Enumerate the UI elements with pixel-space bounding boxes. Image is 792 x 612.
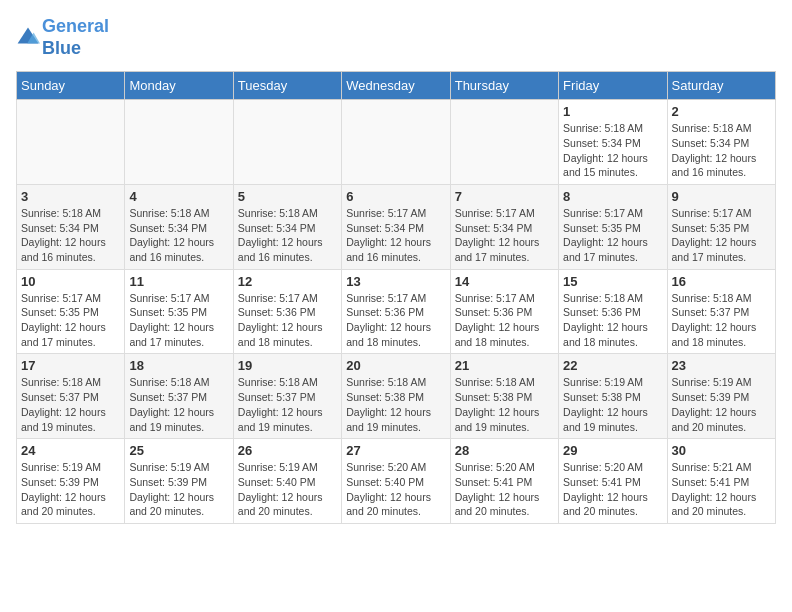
calendar-cell: 13Sunrise: 5:17 AM Sunset: 5:36 PM Dayli…: [342, 269, 450, 354]
day-info: Sunrise: 5:18 AM Sunset: 5:38 PM Dayligh…: [455, 375, 554, 434]
day-info: Sunrise: 5:18 AM Sunset: 5:34 PM Dayligh…: [21, 206, 120, 265]
calendar-cell: [17, 100, 125, 185]
day-info: Sunrise: 5:20 AM Sunset: 5:41 PM Dayligh…: [563, 460, 662, 519]
day-info: Sunrise: 5:19 AM Sunset: 5:39 PM Dayligh…: [129, 460, 228, 519]
day-info: Sunrise: 5:19 AM Sunset: 5:38 PM Dayligh…: [563, 375, 662, 434]
week-row-2: 3Sunrise: 5:18 AM Sunset: 5:34 PM Daylig…: [17, 184, 776, 269]
day-info: Sunrise: 5:17 AM Sunset: 5:35 PM Dayligh…: [563, 206, 662, 265]
week-row-1: 1Sunrise: 5:18 AM Sunset: 5:34 PM Daylig…: [17, 100, 776, 185]
calendar-cell: 11Sunrise: 5:17 AM Sunset: 5:35 PM Dayli…: [125, 269, 233, 354]
week-row-4: 17Sunrise: 5:18 AM Sunset: 5:37 PM Dayli…: [17, 354, 776, 439]
calendar-cell: 10Sunrise: 5:17 AM Sunset: 5:35 PM Dayli…: [17, 269, 125, 354]
calendar-cell: 3Sunrise: 5:18 AM Sunset: 5:34 PM Daylig…: [17, 184, 125, 269]
calendar-cell: 2Sunrise: 5:18 AM Sunset: 5:34 PM Daylig…: [667, 100, 775, 185]
day-number: 16: [672, 274, 771, 289]
day-info: Sunrise: 5:17 AM Sunset: 5:36 PM Dayligh…: [346, 291, 445, 350]
day-number: 8: [563, 189, 662, 204]
day-number: 22: [563, 358, 662, 373]
day-info: Sunrise: 5:18 AM Sunset: 5:38 PM Dayligh…: [346, 375, 445, 434]
day-info: Sunrise: 5:21 AM Sunset: 5:41 PM Dayligh…: [672, 460, 771, 519]
day-number: 7: [455, 189, 554, 204]
calendar-cell: 14Sunrise: 5:17 AM Sunset: 5:36 PM Dayli…: [450, 269, 558, 354]
calendar-cell: 19Sunrise: 5:18 AM Sunset: 5:37 PM Dayli…: [233, 354, 341, 439]
day-info: Sunrise: 5:18 AM Sunset: 5:37 PM Dayligh…: [238, 375, 337, 434]
calendar-cell: [450, 100, 558, 185]
logo: General Blue: [16, 16, 109, 59]
weekday-header-row: SundayMondayTuesdayWednesdayThursdayFrid…: [17, 72, 776, 100]
day-number: 10: [21, 274, 120, 289]
logo-icon: [16, 26, 40, 50]
day-number: 3: [21, 189, 120, 204]
day-number: 18: [129, 358, 228, 373]
weekday-monday: Monday: [125, 72, 233, 100]
day-number: 1: [563, 104, 662, 119]
calendar-cell: 1Sunrise: 5:18 AM Sunset: 5:34 PM Daylig…: [559, 100, 667, 185]
calendar: SundayMondayTuesdayWednesdayThursdayFrid…: [16, 71, 776, 524]
calendar-cell: 27Sunrise: 5:20 AM Sunset: 5:40 PM Dayli…: [342, 439, 450, 524]
day-number: 24: [21, 443, 120, 458]
calendar-cell: 9Sunrise: 5:17 AM Sunset: 5:35 PM Daylig…: [667, 184, 775, 269]
day-number: 14: [455, 274, 554, 289]
day-info: Sunrise: 5:17 AM Sunset: 5:36 PM Dayligh…: [238, 291, 337, 350]
calendar-cell: 18Sunrise: 5:18 AM Sunset: 5:37 PM Dayli…: [125, 354, 233, 439]
day-number: 28: [455, 443, 554, 458]
calendar-cell: 28Sunrise: 5:20 AM Sunset: 5:41 PM Dayli…: [450, 439, 558, 524]
calendar-cell: 21Sunrise: 5:18 AM Sunset: 5:38 PM Dayli…: [450, 354, 558, 439]
day-number: 4: [129, 189, 228, 204]
day-info: Sunrise: 5:20 AM Sunset: 5:40 PM Dayligh…: [346, 460, 445, 519]
day-info: Sunrise: 5:18 AM Sunset: 5:34 PM Dayligh…: [672, 121, 771, 180]
day-number: 29: [563, 443, 662, 458]
calendar-cell: 4Sunrise: 5:18 AM Sunset: 5:34 PM Daylig…: [125, 184, 233, 269]
day-info: Sunrise: 5:19 AM Sunset: 5:39 PM Dayligh…: [21, 460, 120, 519]
calendar-body: 1Sunrise: 5:18 AM Sunset: 5:34 PM Daylig…: [17, 100, 776, 524]
day-info: Sunrise: 5:18 AM Sunset: 5:34 PM Dayligh…: [238, 206, 337, 265]
day-info: Sunrise: 5:17 AM Sunset: 5:34 PM Dayligh…: [346, 206, 445, 265]
day-number: 23: [672, 358, 771, 373]
weekday-tuesday: Tuesday: [233, 72, 341, 100]
day-number: 9: [672, 189, 771, 204]
day-number: 15: [563, 274, 662, 289]
calendar-cell: 17Sunrise: 5:18 AM Sunset: 5:37 PM Dayli…: [17, 354, 125, 439]
weekday-friday: Friday: [559, 72, 667, 100]
calendar-cell: 23Sunrise: 5:19 AM Sunset: 5:39 PM Dayli…: [667, 354, 775, 439]
day-info: Sunrise: 5:18 AM Sunset: 5:37 PM Dayligh…: [672, 291, 771, 350]
calendar-cell: [125, 100, 233, 185]
day-number: 11: [129, 274, 228, 289]
day-number: 27: [346, 443, 445, 458]
day-info: Sunrise: 5:18 AM Sunset: 5:36 PM Dayligh…: [563, 291, 662, 350]
calendar-cell: 25Sunrise: 5:19 AM Sunset: 5:39 PM Dayli…: [125, 439, 233, 524]
day-number: 19: [238, 358, 337, 373]
day-number: 26: [238, 443, 337, 458]
calendar-cell: 22Sunrise: 5:19 AM Sunset: 5:38 PM Dayli…: [559, 354, 667, 439]
calendar-cell: 16Sunrise: 5:18 AM Sunset: 5:37 PM Dayli…: [667, 269, 775, 354]
calendar-cell: 30Sunrise: 5:21 AM Sunset: 5:41 PM Dayli…: [667, 439, 775, 524]
day-info: Sunrise: 5:17 AM Sunset: 5:35 PM Dayligh…: [129, 291, 228, 350]
day-number: 17: [21, 358, 120, 373]
calendar-cell: 12Sunrise: 5:17 AM Sunset: 5:36 PM Dayli…: [233, 269, 341, 354]
day-info: Sunrise: 5:18 AM Sunset: 5:37 PM Dayligh…: [21, 375, 120, 434]
calendar-cell: 8Sunrise: 5:17 AM Sunset: 5:35 PM Daylig…: [559, 184, 667, 269]
calendar-cell: [342, 100, 450, 185]
day-number: 13: [346, 274, 445, 289]
day-info: Sunrise: 5:19 AM Sunset: 5:40 PM Dayligh…: [238, 460, 337, 519]
weekday-sunday: Sunday: [17, 72, 125, 100]
day-info: Sunrise: 5:17 AM Sunset: 5:35 PM Dayligh…: [21, 291, 120, 350]
day-number: 6: [346, 189, 445, 204]
calendar-cell: [233, 100, 341, 185]
calendar-cell: 5Sunrise: 5:18 AM Sunset: 5:34 PM Daylig…: [233, 184, 341, 269]
calendar-cell: 20Sunrise: 5:18 AM Sunset: 5:38 PM Dayli…: [342, 354, 450, 439]
day-info: Sunrise: 5:18 AM Sunset: 5:34 PM Dayligh…: [129, 206, 228, 265]
day-number: 12: [238, 274, 337, 289]
day-info: Sunrise: 5:18 AM Sunset: 5:37 PM Dayligh…: [129, 375, 228, 434]
day-info: Sunrise: 5:20 AM Sunset: 5:41 PM Dayligh…: [455, 460, 554, 519]
day-number: 20: [346, 358, 445, 373]
day-info: Sunrise: 5:19 AM Sunset: 5:39 PM Dayligh…: [672, 375, 771, 434]
calendar-cell: 6Sunrise: 5:17 AM Sunset: 5:34 PM Daylig…: [342, 184, 450, 269]
day-info: Sunrise: 5:17 AM Sunset: 5:34 PM Dayligh…: [455, 206, 554, 265]
calendar-cell: 15Sunrise: 5:18 AM Sunset: 5:36 PM Dayli…: [559, 269, 667, 354]
day-number: 2: [672, 104, 771, 119]
week-row-5: 24Sunrise: 5:19 AM Sunset: 5:39 PM Dayli…: [17, 439, 776, 524]
calendar-cell: 24Sunrise: 5:19 AM Sunset: 5:39 PM Dayli…: [17, 439, 125, 524]
calendar-cell: 7Sunrise: 5:17 AM Sunset: 5:34 PM Daylig…: [450, 184, 558, 269]
weekday-saturday: Saturday: [667, 72, 775, 100]
